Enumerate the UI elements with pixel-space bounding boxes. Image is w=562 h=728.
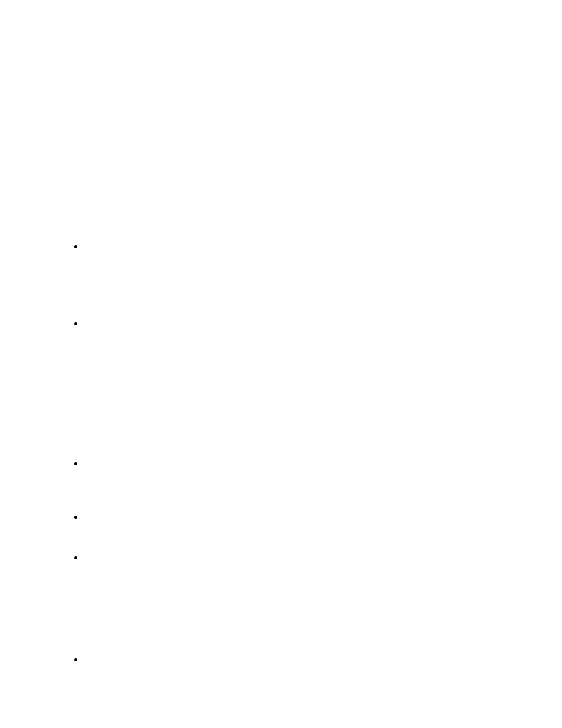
blank-page: [0, 0, 562, 728]
bullet-list: [72, 241, 84, 664]
